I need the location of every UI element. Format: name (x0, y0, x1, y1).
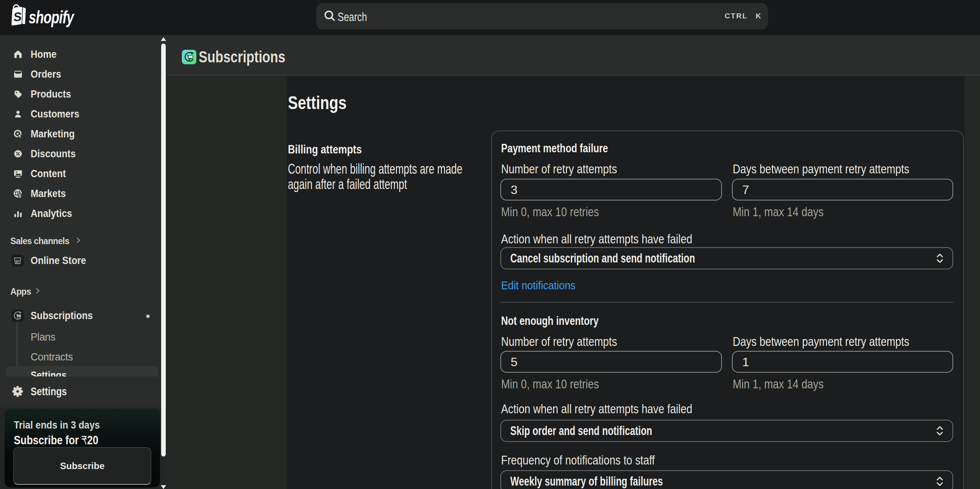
svg-text:S: S (13, 10, 22, 24)
svg-text:$: $ (18, 193, 21, 198)
svg-text:shopify: shopify (29, 7, 75, 27)
